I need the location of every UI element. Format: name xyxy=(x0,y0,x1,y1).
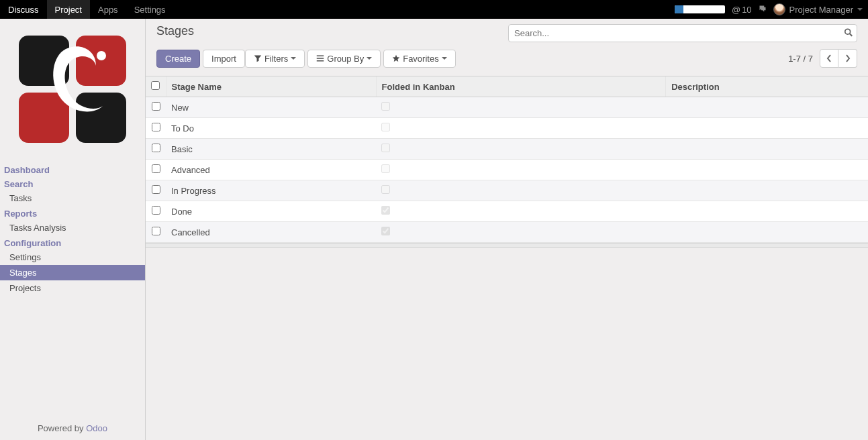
folded-checkbox xyxy=(381,227,390,235)
search-icon[interactable] xyxy=(844,28,853,39)
chevron-left-icon xyxy=(826,54,832,62)
nav-item-project[interactable]: Project xyxy=(47,0,90,19)
svg-line-6 xyxy=(850,34,853,36)
folded-checkbox xyxy=(381,185,390,194)
svg-rect-9 xyxy=(317,60,324,62)
row-select-checkbox[interactable] xyxy=(152,185,160,194)
sidebar-item-tasks[interactable]: Tasks xyxy=(0,190,145,206)
row-select-cell xyxy=(146,201,166,222)
cell-description xyxy=(666,118,868,139)
folded-checkbox xyxy=(381,123,390,131)
pager-prev-button[interactable] xyxy=(820,49,838,68)
row-select-checkbox[interactable] xyxy=(152,206,160,215)
sidebar-item-stages[interactable]: Stages xyxy=(0,265,145,280)
groupby-button[interactable]: Group By xyxy=(307,50,381,68)
cell-description xyxy=(666,97,868,118)
notification-count[interactable]: @ 10 xyxy=(732,5,752,15)
cell-folded xyxy=(376,97,666,118)
cell-folded xyxy=(376,160,666,180)
progress-indicator[interactable] xyxy=(675,5,725,13)
chat-icon[interactable] xyxy=(759,5,767,15)
table-row[interactable]: New xyxy=(146,97,868,118)
import-button[interactable]: Import xyxy=(203,50,245,68)
user-name: Project Manager xyxy=(789,5,853,15)
folded-checkbox xyxy=(381,144,390,152)
avatar xyxy=(773,3,785,15)
footer-link[interactable]: Odoo xyxy=(86,423,107,433)
column-description[interactable]: Description xyxy=(666,76,868,97)
cell-description xyxy=(666,139,868,160)
table-header-row: Stage Name Folded in Kanban Description xyxy=(146,76,868,97)
sidebar-item-projects[interactable]: Projects xyxy=(0,280,145,296)
search-box xyxy=(508,24,857,42)
sidebar-section-search[interactable]: Search xyxy=(0,176,145,190)
list-icon xyxy=(316,54,324,62)
sidebar-item-settings[interactable]: Settings xyxy=(0,250,145,265)
table-row[interactable]: In Progress xyxy=(146,180,868,201)
cp-top: Stages xyxy=(156,24,857,42)
sidebar: DashboardSearchTasksReportsTasks Analysi… xyxy=(0,19,146,440)
logo-container xyxy=(0,19,145,160)
cell-stage-name: Done xyxy=(166,201,376,222)
cell-folded xyxy=(376,139,666,160)
page-title: Stages xyxy=(156,24,194,38)
row-select-checkbox[interactable] xyxy=(152,164,160,173)
table-row[interactable]: To Do xyxy=(146,118,868,139)
row-select-checkbox[interactable] xyxy=(152,123,160,131)
nav-item-apps[interactable]: Apps xyxy=(90,0,126,19)
svg-point-5 xyxy=(845,29,851,34)
column-stage-name[interactable]: Stage Name xyxy=(166,76,376,97)
cell-stage-name: Cancelled xyxy=(166,222,376,243)
table-row[interactable]: Cancelled xyxy=(146,222,868,243)
chevron-right-icon xyxy=(845,54,851,62)
user-menu[interactable]: Project Manager xyxy=(773,3,863,15)
cp-buttons: Create Import xyxy=(156,50,245,68)
create-button[interactable]: Create xyxy=(156,50,200,68)
cell-description xyxy=(666,180,868,201)
cell-description xyxy=(666,222,868,243)
folded-checkbox xyxy=(381,164,390,173)
sidebar-item-tasks-analysis[interactable]: Tasks Analysis xyxy=(0,220,145,235)
svg-rect-2 xyxy=(19,93,69,143)
cell-description xyxy=(666,160,868,180)
pager-next-button[interactable] xyxy=(838,49,857,68)
column-folded[interactable]: Folded in Kanban xyxy=(376,76,666,97)
sidebar-section-dashboard[interactable]: Dashboard xyxy=(0,162,145,176)
table-row[interactable]: Basic xyxy=(146,139,868,160)
folded-checkbox xyxy=(381,206,390,215)
row-select-cell xyxy=(146,180,166,201)
svg-rect-3 xyxy=(76,93,126,143)
sidebar-menu: DashboardSearchTasksReportsTasks Analysi… xyxy=(0,160,145,417)
table-row[interactable]: Advanced xyxy=(146,160,868,180)
cell-folded xyxy=(376,118,666,139)
cell-description xyxy=(666,201,868,222)
select-all-header xyxy=(146,76,166,97)
navbar-right: @ 10 Project Manager xyxy=(675,3,863,15)
search-input[interactable] xyxy=(508,24,857,42)
navbar-left: DiscussProjectAppsSettings xyxy=(0,0,174,19)
folded-checkbox xyxy=(381,102,390,111)
cp-bottom: Create Import Filters Group By xyxy=(156,49,857,68)
cell-stage-name: Basic xyxy=(166,139,376,160)
company-logo[interactable] xyxy=(15,32,130,146)
chevron-down-icon xyxy=(857,8,863,11)
row-select-checkbox[interactable] xyxy=(152,227,160,235)
sidebar-section-configuration[interactable]: Configuration xyxy=(0,235,145,250)
row-select-checkbox[interactable] xyxy=(152,102,160,111)
select-all-checkbox[interactable] xyxy=(151,81,160,90)
cell-stage-name: In Progress xyxy=(166,180,376,201)
table-row[interactable]: Done xyxy=(146,201,868,222)
favorites-button[interactable]: Favorites xyxy=(383,50,455,68)
stages-table: Stage Name Folded in Kanban Description … xyxy=(146,76,868,243)
nav-item-discuss[interactable]: Discuss xyxy=(0,0,47,19)
chevron-down-icon xyxy=(291,57,296,60)
progress-fill xyxy=(675,5,684,13)
row-select-checkbox[interactable] xyxy=(152,144,160,152)
row-select-cell xyxy=(146,222,166,243)
row-select-cell xyxy=(146,97,166,118)
nav-item-settings[interactable]: Settings xyxy=(126,0,174,19)
sidebar-section-reports[interactable]: Reports xyxy=(0,206,145,220)
pager-text: 1-7 / 7 xyxy=(788,54,813,64)
pager: 1-7 / 7 xyxy=(788,49,857,68)
filters-button[interactable]: Filters xyxy=(245,50,305,68)
